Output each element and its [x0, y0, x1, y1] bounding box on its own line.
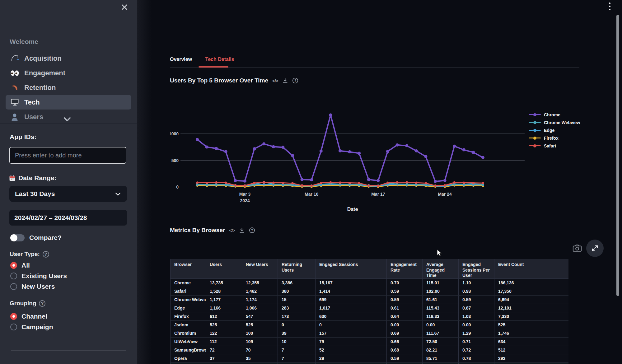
table-cell: 1.29	[459, 329, 494, 337]
table-cell: 15	[278, 295, 316, 304]
table-title-row: Metrics By Browser </> ?	[170, 227, 255, 234]
table-cell: 0.00	[387, 320, 423, 329]
table-cell: 52	[316, 346, 387, 354]
table-cell: Safari	[171, 287, 206, 295]
camera-icon[interactable]	[573, 244, 582, 253]
help-icon[interactable]: ?	[292, 77, 298, 84]
grouping-option-campaign[interactable]: Campaign	[10, 322, 53, 332]
radio-label: Channel	[21, 313, 47, 320]
table-cell: SamsungBrowser	[171, 346, 206, 354]
svg-text:0: 0	[176, 184, 179, 189]
table-cell: 283	[278, 304, 316, 312]
table-cell: 1,462	[242, 287, 278, 295]
kebab-menu-icon[interactable]	[607, 2, 612, 14]
legend-item-safari[interactable]: Safari	[529, 142, 580, 150]
close-icon[interactable]	[120, 3, 129, 12]
date-range-value: 2024/02/27 – 2024/03/28	[14, 214, 87, 222]
code-icon[interactable]: </>	[272, 78, 278, 83]
download-icon[interactable]	[239, 227, 245, 233]
table-cell: 39	[278, 329, 316, 337]
legend-label: Chrome	[544, 112, 560, 117]
legend-label: Edge	[544, 128, 554, 133]
table-cell: 292	[494, 354, 569, 362]
fishing-rod-icon	[10, 54, 19, 63]
help-icon[interactable]: ?	[249, 227, 255, 233]
person-bust-icon	[10, 112, 19, 122]
user-type-option-new-users[interactable]: New Users	[10, 281, 67, 292]
table-cell: 1.10	[459, 278, 494, 287]
fullscreen-icon[interactable]	[586, 240, 604, 257]
table-cell: 61.61	[423, 295, 459, 304]
radio-checked-icon[interactable]	[10, 262, 17, 269]
code-icon[interactable]: </>	[229, 228, 235, 233]
table-cell: 17,350	[494, 287, 569, 295]
table-cell: 0.68	[387, 346, 423, 354]
sidebar-nav: AcquisitionEngagementRetentionTechUsers	[6, 51, 131, 124]
table-cell: 70	[242, 346, 278, 354]
table-cell: Jsdom	[171, 320, 206, 329]
svg-text:Mar 17: Mar 17	[371, 192, 385, 197]
grouping-option-channel[interactable]: Channel	[10, 311, 53, 322]
chart-area[interactable]: 05001000Mar 32024Mar 10Mar 17Mar 24 Date	[170, 103, 528, 215]
legend-item-chrome-webview[interactable]: Chrome Webview	[529, 119, 580, 126]
column-header-engagement-rate[interactable]: Engagement Rate	[387, 259, 423, 279]
table-cell: 1,066	[242, 304, 278, 312]
table-cell: 72	[206, 346, 242, 354]
table-cell: 85.71	[423, 354, 459, 362]
date-range-field[interactable]: 2024/02/27 – 2024/03/28	[9, 210, 127, 226]
column-header-event-count[interactable]: Event Count	[494, 259, 569, 279]
table-cell: 0	[316, 320, 387, 329]
sidebar-item-acquisition[interactable]: Acquisition	[6, 51, 131, 66]
column-header-new-users[interactable]: New Users	[242, 259, 278, 279]
table-cell: 634	[494, 337, 569, 346]
sidebar-item-label: Engagement	[24, 69, 65, 77]
date-preset-select[interactable]: Last 30 Days	[9, 186, 127, 202]
radio-unchecked-icon[interactable]	[10, 324, 17, 330]
sidebar-item-engagement[interactable]: Engagement	[6, 66, 131, 80]
legend-item-chrome[interactable]: Chrome	[529, 111, 580, 119]
table-cell: Chromium	[171, 329, 206, 337]
date-range-label-row: 17 Date Range:	[9, 174, 57, 182]
sidebar-item-retention[interactable]: Retention	[6, 80, 131, 95]
compare-toggle[interactable]	[10, 234, 25, 241]
vertical-scrollbar[interactable]	[616, 15, 619, 296]
column-header-browser[interactable]: Browser	[171, 259, 206, 279]
column-header-engaged-sessions[interactable]: Engaged Sessions	[316, 259, 387, 279]
column-header-users[interactable]: Users	[206, 259, 242, 279]
table-cell: 111.67	[423, 329, 459, 337]
column-header-engaged-sessions-per-user[interactable]: Engaged Sessions Per User	[459, 259, 494, 279]
compare-label: Compare?	[29, 234, 62, 241]
column-header-average-engaged-time[interactable]: Average Engaged Time	[423, 259, 459, 279]
table-cell: 173	[278, 312, 316, 320]
browser-chart[interactable]: 05001000Mar 32024Mar 10Mar 17Mar 24	[170, 103, 528, 215]
radio-checked-icon[interactable]	[10, 313, 17, 320]
legend-item-edge[interactable]: Edge	[529, 126, 580, 134]
chevron-down-icon[interactable]	[63, 117, 71, 122]
radio-unchecked-icon[interactable]	[10, 273, 17, 279]
table-cell: 0.00	[459, 320, 494, 329]
tab-tech-details[interactable]: Tech Details	[205, 57, 234, 62]
user-type-option-existing-users[interactable]: Existing Users	[10, 271, 67, 281]
download-icon[interactable]	[282, 78, 288, 84]
table-cell: 630	[316, 312, 387, 320]
sidebar-item-tech[interactable]: Tech	[6, 95, 131, 110]
help-icon[interactable]: ?	[39, 300, 45, 307]
app-ids-label: App IDs:	[10, 133, 36, 141]
table-cell: 547	[242, 312, 278, 320]
legend-item-firefox[interactable]: Firefox	[529, 134, 580, 142]
table-cell: 115.43	[423, 304, 459, 312]
tab-overview[interactable]: Overview	[170, 57, 192, 62]
grouping-label-row: Grouping ?	[10, 300, 45, 307]
user-type-option-all[interactable]: All	[10, 260, 67, 271]
column-header-returning-users[interactable]: Returning Users	[278, 259, 316, 279]
toggle-knob	[10, 234, 17, 241]
help-icon[interactable]: ?	[43, 251, 49, 258]
table-cell: 525	[206, 320, 242, 329]
table-cell: 35	[242, 354, 278, 362]
table-cell: 37	[206, 354, 242, 362]
radio-unchecked-icon[interactable]	[10, 283, 17, 290]
app-ids-input[interactable]	[9, 147, 126, 164]
table-cell: 0.00	[423, 320, 459, 329]
table-cell: 79	[316, 337, 387, 346]
legend-label: Safari	[544, 143, 556, 148]
